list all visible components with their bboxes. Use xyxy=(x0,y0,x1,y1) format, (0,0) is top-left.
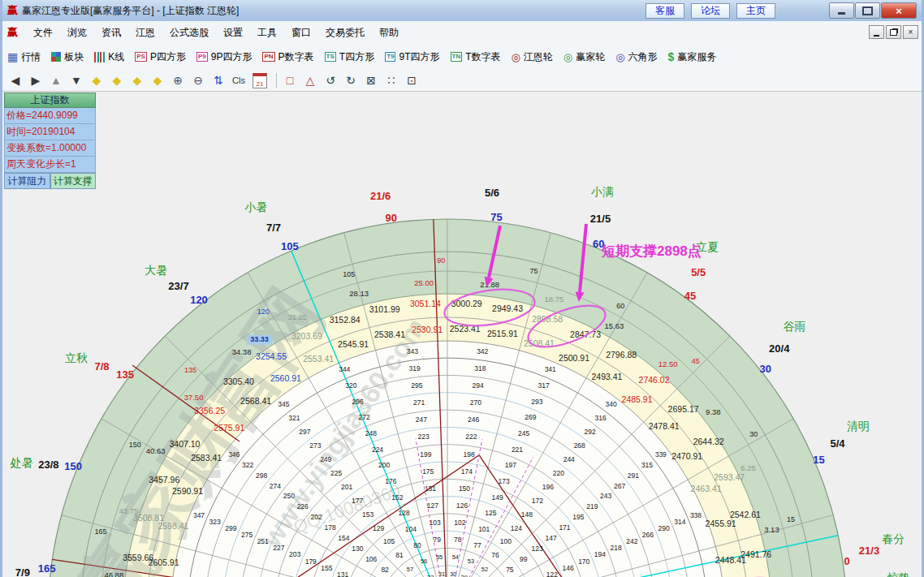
toolbar-button-9P四方形[interactable]: P99P四方形 xyxy=(196,50,252,64)
screen-icon[interactable]: ⊡ xyxy=(405,74,418,87)
updown-icon[interactable]: ⇅ xyxy=(212,74,225,87)
maximize-button[interactable] xyxy=(855,2,880,19)
toolbar-button-六角形[interactable]: ◎六角形 xyxy=(615,50,657,64)
diamond-up-icon[interactable]: ◆ xyxy=(131,74,144,87)
spiral-number: 266 xyxy=(642,531,654,539)
calendar-icon[interactable]: 21 xyxy=(253,73,267,88)
toolbar-label: K线 xyxy=(108,50,124,64)
menu-item-帮助[interactable]: 帮助 xyxy=(372,24,406,42)
spiral-number: 125 xyxy=(485,509,496,517)
menu-item-江恩[interactable]: 江恩 xyxy=(128,24,162,42)
menu-logo-icon: 赢 xyxy=(7,25,18,40)
spiral-number: 321 xyxy=(288,414,300,422)
rotate-ccw-icon[interactable]: ↺ xyxy=(324,74,337,87)
rotate-cw-icon[interactable]: ↻ xyxy=(344,74,357,87)
spiral-number: 221 xyxy=(512,446,523,454)
menu-item-资讯[interactable]: 资讯 xyxy=(94,24,128,42)
menu-item-文件[interactable]: 文件 xyxy=(26,24,60,42)
toolbar-button-赢家服务[interactable]: $赢家服务 xyxy=(668,50,717,64)
price-ring-outer-label: 2491.76 xyxy=(740,549,771,559)
diamond-left-icon[interactable]: ◆ xyxy=(90,74,103,87)
pointer-up-icon[interactable]: ▲ xyxy=(50,74,63,87)
square-tool-icon[interactable]: □ xyxy=(283,74,296,87)
menu-item-窗口[interactable]: 窗口 xyxy=(284,24,318,42)
toolbar-label: T数字表 xyxy=(465,50,500,64)
calendar-date-label: 20/4 xyxy=(769,342,790,355)
zoom-out-icon[interactable]: ⊖ xyxy=(192,74,205,87)
toolbar-button-T数字表[interactable]: TNT数字表 xyxy=(451,50,501,64)
price-ring-inner-label: 2590.91 xyxy=(172,486,203,496)
mdi-close-button[interactable]: × xyxy=(903,25,918,39)
toolbar-button-行情[interactable]: ▦行情 xyxy=(7,50,41,64)
app-icon: 赢 xyxy=(7,3,18,18)
price-ring-outer-label: 3559.66 xyxy=(123,553,153,562)
service-icon: $ xyxy=(668,50,675,63)
calendar-date-label: 7/8 xyxy=(94,360,109,372)
price-ring-inner-label: 2575.91 xyxy=(214,423,244,433)
spiral-number: 296 xyxy=(352,398,363,406)
outer-degree-label: 30 xyxy=(759,363,771,375)
toolbar-button-P四方形[interactable]: PSP四方形 xyxy=(135,50,186,64)
spiral-number: 320 xyxy=(345,381,356,390)
winner-wheel-icon: ◎ xyxy=(563,51,572,63)
price-ring-inner-label: 2538.41 xyxy=(374,329,405,339)
toolbar-button-江恩轮[interactable]: ◎江恩轮 xyxy=(512,50,553,64)
cls-button[interactable]: Cls xyxy=(232,75,245,85)
spiral-number: 130 xyxy=(352,545,363,553)
mdi-minimize-button[interactable] xyxy=(869,25,884,39)
price-ring-outer-label: 2949.43 xyxy=(492,304,523,313)
spiral-number: 338 xyxy=(690,511,702,519)
toolbar-button-K线[interactable]: K线 xyxy=(94,50,124,64)
toolbar-button-T四方形[interactable]: TST四方形 xyxy=(325,50,375,64)
calendar-date-label: 5/5 xyxy=(691,266,706,278)
back-arrow-icon[interactable]: ◀ xyxy=(9,74,22,87)
diamond-right-icon[interactable]: ◆ xyxy=(110,74,123,87)
quick-button-客服[interactable]: 客服 xyxy=(646,3,684,19)
percent-ring-label: 46.88 xyxy=(104,571,123,577)
menu-item-设置[interactable]: 设置 xyxy=(216,24,250,42)
degree-ring-label: 150 xyxy=(129,441,141,449)
menu-item-浏览[interactable]: 浏览 xyxy=(60,24,94,42)
spiral-number: 318 xyxy=(474,364,486,372)
quick-button-论坛[interactable]: 论坛 xyxy=(691,3,730,19)
mdi-restore-button[interactable] xyxy=(886,25,901,39)
toolbar-button-赢家轮[interactable]: ◎赢家轮 xyxy=(563,50,605,64)
minimize-button[interactable] xyxy=(829,2,854,19)
toolbar-button-板块[interactable]: 板块 xyxy=(51,50,84,64)
spiral-number: 298 xyxy=(256,472,267,480)
calendar-date-label: 21/6 xyxy=(370,190,391,202)
diamond-down-icon[interactable]: ◆ xyxy=(151,74,164,87)
close-button[interactable]: × xyxy=(881,2,917,19)
toolbar-label: 板块 xyxy=(64,50,84,64)
zoom-in-icon[interactable]: ⊕ xyxy=(171,74,184,87)
calendar-date-label: 21/3 xyxy=(859,545,879,557)
menu-item-公式选股[interactable]: 公式选股 xyxy=(162,24,216,42)
solar-term-label: 惊蛰 xyxy=(887,571,910,577)
degree-ring-label: 90 xyxy=(437,256,445,265)
price-ring-inner-label: 2455.91 xyxy=(706,519,736,528)
window-title: 赢家江恩专业版[赢家服务平台] - [上证指数 江恩轮] xyxy=(22,4,239,18)
highlighted-label: 33.33 xyxy=(250,335,269,343)
quick-button-主页[interactable]: 主页 xyxy=(736,3,775,19)
menu-item-交易委托[interactable]: 交易委托 xyxy=(318,24,372,42)
price-ring-inner-label: 2500.91 xyxy=(559,353,589,363)
calc-button-计算支撑[interactable]: 计算支撑 xyxy=(50,173,97,189)
price-ring-outer-label: 3101.99 xyxy=(369,304,400,314)
spiral-number: 246 xyxy=(468,416,479,424)
toolbar-button-P数字表[interactable]: PNP数字表 xyxy=(262,50,313,64)
delete-box-icon[interactable]: ⊠ xyxy=(365,74,378,87)
spiral-number: 176 xyxy=(385,477,396,485)
toolbar-button-9T四方形[interactable]: T99T四方形 xyxy=(385,50,439,64)
outer-degree-label: 150 xyxy=(64,460,82,472)
pointer-down-icon[interactable]: ▼ xyxy=(70,74,83,87)
calc-button-计算阻力[interactable]: 计算阻力 xyxy=(4,173,50,189)
p9-square-icon: P9 xyxy=(196,52,208,62)
degree-ring-label: 135 xyxy=(184,366,196,374)
forward-arrow-icon[interactable]: ▶ xyxy=(29,74,42,87)
window-controls: × xyxy=(828,2,917,19)
menu-item-工具[interactable]: 工具 xyxy=(250,24,284,42)
triangle-tool-icon[interactable]: △ xyxy=(304,74,317,87)
support-annotation-text: 短期支撑2898点 xyxy=(601,243,702,259)
center-mark-icon[interactable]: ∷ xyxy=(385,74,398,87)
t-square-icon: TS xyxy=(325,52,336,62)
